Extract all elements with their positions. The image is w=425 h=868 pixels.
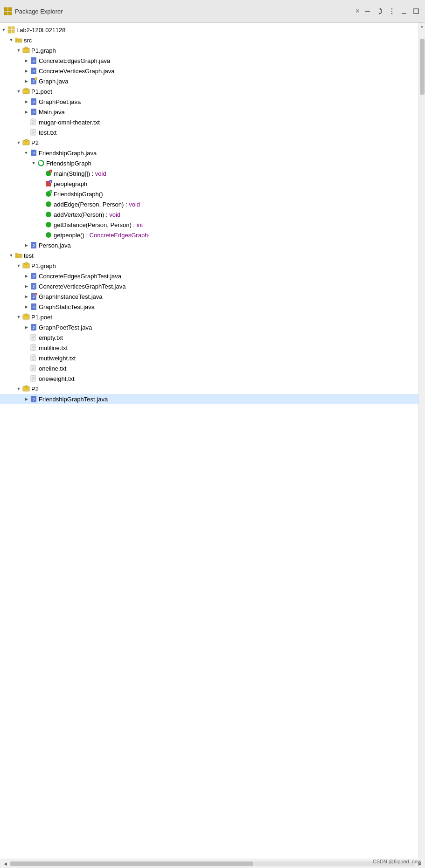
- tree-toggle[interactable]: [22, 149, 30, 157]
- tree-toggle[interactable]: [22, 293, 30, 300]
- toolbar-actions: [362, 6, 421, 16]
- tree-toggle[interactable]: [0, 26, 7, 34]
- java-icon: J: [30, 241, 37, 249]
- svg-rect-8: [402, 13, 406, 14]
- bottom-scrollbar[interactable]: ◀ ▶: [0, 859, 425, 868]
- tree-item-peopleField[interactable]: Fpeoplegraph: [0, 179, 418, 189]
- tree-toggle[interactable]: [7, 36, 15, 44]
- minimize-icon[interactable]: [362, 6, 373, 16]
- scroll-up-arrow[interactable]: ▲: [419, 23, 425, 29]
- tree-item-getDistance[interactable]: getDistance(Person, Person) : int: [0, 220, 418, 230]
- tree-panel[interactable]: Lab2-120L021128 src P1.graph JConcreteEd…: [0, 23, 418, 859]
- svg-rect-32: [31, 119, 35, 125]
- tree-item-root[interactable]: Lab2-120L021128: [0, 25, 418, 35]
- tree-toggle[interactable]: [22, 395, 30, 403]
- tree-item-cvGraphTest[interactable]: JConcreteVerticesGraphTest.java: [0, 281, 418, 291]
- field-icon: F: [45, 180, 52, 187]
- tree-toggle[interactable]: [22, 57, 30, 64]
- tree-item-getPeople[interactable]: getpeople() : ConcreteEdgesGraph·: [0, 230, 418, 240]
- tree-item-mutilineTxt[interactable]: mutiline.txt: [0, 343, 418, 353]
- scroll-left-arrow[interactable]: ◀: [2, 861, 8, 867]
- svg-rect-27: [25, 88, 28, 90]
- scroll-thumb[interactable]: [420, 39, 425, 95]
- tree-item-mainJ[interactable]: JMain.java: [0, 107, 418, 117]
- svg-text:J: J: [33, 274, 35, 278]
- tree-item-ceGraph[interactable]: JConcreteEdgesGraph.java: [0, 55, 418, 66]
- scroll-thumb-h[interactable]: [10, 861, 253, 866]
- tree-item-src[interactable]: src: [0, 35, 418, 45]
- window-minimize-icon[interactable]: [399, 6, 409, 16]
- tree-item-testTxt[interactable]: test.txt: [0, 127, 418, 138]
- tree-item-mutiweightTxt[interactable]: mutiweight.txt: [0, 353, 418, 363]
- tree-toggle[interactable]: [30, 159, 37, 167]
- svg-rect-36: [31, 129, 35, 135]
- tree-item-emptyTxt[interactable]: empty.txt: [0, 332, 418, 343]
- tree-item-mugarTxt[interactable]: mugar-omni-theater.txt: [0, 117, 418, 127]
- tree-item-oneweightTxt[interactable]: oneweight.txt: [0, 373, 418, 384]
- tree-item-test[interactable]: test: [0, 250, 418, 261]
- tree-item-addEdge[interactable]: addEdge(Person, Person) : void: [0, 199, 418, 209]
- item-label: ConcreteEdgesGraphTest.java: [39, 273, 121, 280]
- tree-toggle[interactable]: [22, 303, 30, 310]
- tree-toggle[interactable]: [22, 77, 30, 85]
- tree-toggle[interactable]: [22, 98, 30, 105]
- tree-item-mainMethod[interactable]: Smain(String[]) : void: [0, 168, 418, 179]
- tree-toggle[interactable]: [15, 385, 22, 393]
- tree-toggle[interactable]: [22, 282, 30, 290]
- svg-text:J: J: [33, 100, 35, 104]
- tree-item-friendshipTestJ[interactable]: JFriendshipGraphTest.java: [0, 394, 418, 404]
- tree-toggle[interactable]: [15, 47, 22, 54]
- item-label: P2: [31, 386, 39, 393]
- tree-toggle[interactable]: [15, 262, 22, 269]
- main-window: Package Explorer ×: [0, 0, 425, 868]
- more-options-icon[interactable]: [387, 6, 397, 16]
- tree-toggle[interactable]: [22, 324, 30, 331]
- item-label: main(String[]) : void: [54, 170, 106, 177]
- tree-item-onelineTxt[interactable]: oneline.txt: [0, 363, 418, 373]
- item-label: src: [24, 37, 32, 44]
- tree-item-graphJ[interactable]: J FGraph.java: [0, 76, 418, 86]
- tree-item-graphPoetJ[interactable]: JGraphPoet.java: [0, 96, 418, 107]
- tree-toggle[interactable]: [15, 139, 22, 146]
- tree-item-graphPoetTest[interactable]: JGraphPoetTest.java: [0, 322, 418, 332]
- vertical-scrollbar[interactable]: ▲: [418, 23, 425, 859]
- svg-rect-4: [365, 11, 370, 12]
- close-button[interactable]: ×: [353, 6, 362, 16]
- tree-item-testP1graph[interactable]: P1.graph: [0, 261, 418, 271]
- tree-toggle[interactable]: [15, 313, 22, 321]
- tree-item-p1graph[interactable]: P1.graph: [0, 45, 418, 55]
- tree-item-p1poet[interactable]: P1.poet: [0, 86, 418, 96]
- tree-toggle[interactable]: [15, 88, 22, 95]
- item-label: P1.graph: [31, 262, 56, 269]
- tree-item-graphStaticTest[interactable]: JGraphStaticTest.java: [0, 302, 418, 312]
- window-maximize-icon[interactable]: [411, 6, 421, 16]
- tree-item-graphInstanceTest[interactable]: J AGraphInstanceTest.java: [0, 291, 418, 302]
- tree-toggle[interactable]: [22, 67, 30, 75]
- tree-toggle[interactable]: [7, 252, 15, 259]
- tree-item-friendshipJ[interactable]: JFriendshipGraph.java: [0, 148, 418, 158]
- tree-toggle[interactable]: [22, 272, 30, 280]
- tree-item-personJ[interactable]: JPerson.java: [0, 240, 418, 250]
- java-icon: J: [30, 108, 37, 116]
- tree-item-cvGraph[interactable]: JConcreteVerticesGraph.java: [0, 66, 418, 76]
- tree-item-ceGraphTest[interactable]: JConcreteEdgesGraphTest.java: [0, 271, 418, 281]
- package-icon: [22, 385, 30, 393]
- svg-rect-17: [25, 47, 28, 49]
- sync-icon[interactable]: [375, 6, 385, 16]
- item-label: getpeople() : ConcreteEdgesGraph·: [54, 232, 150, 239]
- package-icon: [22, 313, 30, 321]
- item-label: ConcreteVerticesGraphTest.java: [39, 283, 125, 290]
- tree-item-constructor[interactable]: CFriendshipGraph(): [0, 189, 418, 199]
- svg-point-6: [391, 11, 392, 12]
- project-icon: [7, 26, 15, 34]
- item-label: P1.graph: [31, 47, 56, 54]
- tree-item-p2[interactable]: P2: [0, 138, 418, 148]
- tree-item-addVertex[interactable]: addVertex(Person) : void: [0, 209, 418, 220]
- package-icon: [22, 262, 30, 269]
- tree-toggle[interactable]: [22, 108, 30, 116]
- tree-item-testP2[interactable]: P2: [0, 384, 418, 394]
- item-label: ConcreteEdgesGraph.java: [39, 57, 110, 64]
- tree-toggle[interactable]: [22, 241, 30, 249]
- tree-item-friendshipClass[interactable]: FriendshipGraph: [0, 158, 418, 168]
- tree-item-testP1poet[interactable]: P1.poet: [0, 312, 418, 322]
